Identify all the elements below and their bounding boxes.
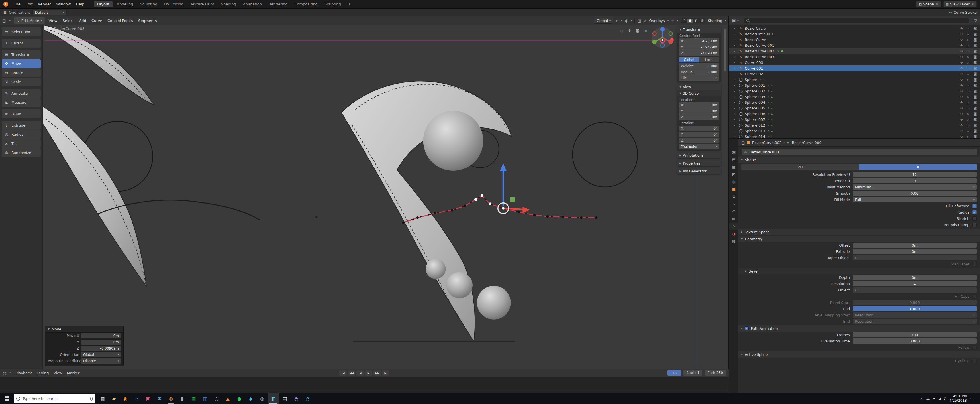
orientation-dropdown[interactable]: Default ▾ (32, 10, 67, 15)
panel-header-3d-cursor[interactable]: ▼ 3D Cursor (677, 90, 721, 96)
property-row[interactable]: Render U 0 ▾ (738, 177, 980, 184)
transform-field[interactable]: Tilt: 0° (679, 75, 719, 81)
outliner-row[interactable]: ▸ ∿ BezierCircle.001 ⊙ ▻ ◙ (729, 31, 980, 37)
disclosure-icon[interactable]: ▸ (734, 50, 737, 53)
hide-eye-icon[interactable]: ⊙ (959, 129, 964, 133)
taskbar-app-terminal[interactable]: ▮ (177, 393, 188, 404)
selectability-icon[interactable]: ▻ (966, 101, 971, 104)
global-button[interactable]: Global (679, 57, 699, 62)
disclosure-icon[interactable]: ▸ (734, 101, 737, 104)
tray-onedrive-icon[interactable]: ☁ (926, 397, 929, 401)
outliner-row[interactable]: ▸ ∿ BezierCircle ⊙ ▻ ◙ (729, 26, 980, 31)
workspace-tab[interactable]: Animation (240, 1, 265, 7)
selectability-icon[interactable]: ▻ (966, 32, 971, 36)
taskbar-app-telegram[interactable]: ◆ (245, 393, 256, 404)
tool-button[interactable]: ⇧ Extrude (2, 121, 41, 130)
properties-tab-render[interactable]: ◙ (729, 149, 738, 155)
properties-tab-scene[interactable]: ◩ (729, 171, 738, 177)
disclosure-icon[interactable]: ▸ (734, 113, 737, 115)
render-camera-icon[interactable]: ◙ (973, 27, 978, 30)
hide-eye-icon[interactable]: ⊙ (959, 135, 964, 139)
hide-eye-icon[interactable]: ⊙ (959, 83, 964, 87)
transform-orientation-dropdown[interactable]: Global ▾ (594, 18, 613, 24)
property-value[interactable]: 0m ▾ (853, 243, 977, 248)
selectability-icon[interactable]: ▻ (966, 95, 971, 99)
property-row[interactable]: Object ▾ (738, 287, 980, 293)
properties-tab-output[interactable]: ▤ (729, 156, 738, 163)
disclosure-icon[interactable]: ▸ (734, 107, 737, 110)
workspace-tab[interactable]: Layout (94, 1, 113, 7)
cursor-location-field[interactable]: Z: 0m (679, 114, 719, 120)
property-row[interactable]: Evaluation Time 0.000 ▾ (738, 338, 980, 344)
property-value[interactable]: ▾ (972, 204, 977, 208)
shading-rendered-icon[interactable]: ◍ (699, 19, 705, 22)
object-name[interactable]: Sphere.001 (745, 83, 765, 88)
sidebar-panel-collapsed[interactable]: ▶ Properties (677, 160, 721, 166)
property-row[interactable]: Offset 0m ▾ (738, 242, 980, 248)
selectability-icon[interactable]: ▻ (966, 66, 971, 70)
disclosure-icon[interactable]: ▸ (734, 33, 737, 35)
disclosure-icon[interactable]: ▸ (734, 90, 737, 93)
property-row[interactable]: Twist Method Minimum ▾ (738, 184, 980, 190)
property-row[interactable]: Frames 100 ▾ (738, 332, 980, 338)
outliner-row[interactable]: ▸ ◯ Sphere.007 ▿ ▵ ⊙ ▻ ◙ (729, 117, 980, 122)
tool-button[interactable]: ✛ Cursor (2, 39, 41, 48)
object-name[interactable]: Curve.000 (745, 61, 763, 65)
selectability-icon[interactable]: ▻ (966, 38, 971, 42)
taskbar-app-mail[interactable]: ✉ (154, 393, 165, 404)
3d-button[interactable]: 3D (859, 164, 977, 170)
render-camera-icon[interactable]: ◙ (973, 50, 978, 53)
property-row[interactable]: Bevel Start 0.000 ▾ (738, 299, 980, 306)
taskbar-app-focused[interactable]: ◧ (268, 393, 279, 404)
transport-button[interactable]: ◀ (356, 370, 364, 376)
disclosure-icon[interactable]: ▸ (734, 118, 737, 121)
properties-tab-world[interactable]: ◍ (729, 178, 738, 185)
hide-eye-icon[interactable]: ⊙ (959, 72, 964, 76)
disclosure-icon[interactable]: ▸ (734, 130, 737, 132)
object-name[interactable]: BezierCurve.001 (745, 43, 774, 48)
properties-tab-constraints[interactable]: ⋈ (729, 215, 738, 222)
selectability-icon[interactable]: ▻ (966, 44, 971, 47)
transform-field[interactable]: Weight: 1.000 (679, 63, 719, 69)
selectability-icon[interactable]: ▻ (966, 83, 971, 87)
outliner-row[interactable]: ▸ ∿ Curve.001 ⊙ ▻ ◙ (729, 65, 980, 71)
panel-header-geometry[interactable]: ▼ Geometry (738, 236, 980, 242)
viewport-menu-item[interactable]: View (48, 19, 58, 23)
scene-unlink-icon[interactable]: ✕ (936, 3, 938, 6)
outliner-row[interactable]: ▸ ∿ BezierCurve.002 ∿ ● ⊙ ▻ ◙ (729, 48, 980, 54)
viewport-scene[interactable] (43, 25, 722, 369)
properties-tab-modifiers[interactable]: ⚙ (729, 193, 738, 200)
property-row[interactable]: Extrude 0m ▾ (738, 248, 980, 255)
tray-network-icon[interactable]: ◢ (938, 397, 941, 401)
tool-button[interactable]: ▭ Select Box (2, 27, 41, 36)
object-name[interactable]: Curve.001 (745, 66, 763, 70)
render-camera-icon[interactable]: ◙ (973, 38, 978, 42)
menubar-item[interactable]: Render (35, 0, 54, 8)
outliner-row[interactable]: ▸ ◯ Sphere.014 ▿ ▵ ⊙ ▻ ◙ (729, 134, 980, 138)
outliner-row[interactable]: ▸ ◯ Sphere.001 ▿ ▵ ⊙ ▻ ◙ (729, 82, 980, 88)
property-value[interactable]: ▾ (972, 359, 977, 363)
2d-button[interactable]: 2D (741, 164, 859, 170)
transform-field[interactable]: Y: -1.9479m (679, 45, 719, 50)
properties-tab-view-layer[interactable]: ▦ (729, 163, 738, 170)
xray-toggle-icon[interactable]: ◫ (637, 19, 641, 23)
render-camera-icon[interactable]: ◙ (973, 83, 978, 87)
timeline-tracks[interactable] (0, 377, 729, 392)
render-camera-icon[interactable]: ◙ (973, 66, 978, 70)
tool-button[interactable]: ⁂ Randomize (2, 148, 41, 157)
shading-lookdev-icon[interactable]: ◐ (693, 19, 699, 22)
workspace-tab[interactable]: Shading (218, 1, 239, 7)
panel-header-path-animation[interactable]: ▼ Path Animation (738, 325, 980, 332)
property-row[interactable]: Resolution Preview U 12 ▾ (738, 171, 980, 177)
tool-button[interactable]: ◎ Radius (2, 130, 41, 139)
timeline-menu-item[interactable]: Keying (37, 371, 49, 375)
pan-icon[interactable]: ✜ (628, 29, 631, 33)
property-row[interactable]: Cyclic U ▾ (738, 358, 980, 364)
object-name[interactable]: Sphere.014 (745, 134, 765, 139)
property-row[interactable]: Follow ▾ (738, 344, 980, 350)
tool-button[interactable]: ⊾ Measure (2, 98, 41, 107)
property-value[interactable]: ▾ (972, 216, 977, 221)
render-camera-icon[interactable]: ◙ (973, 89, 978, 93)
zoom-icon[interactable]: ⊕ (620, 29, 624, 33)
taskbar-search-input[interactable] (22, 397, 88, 401)
